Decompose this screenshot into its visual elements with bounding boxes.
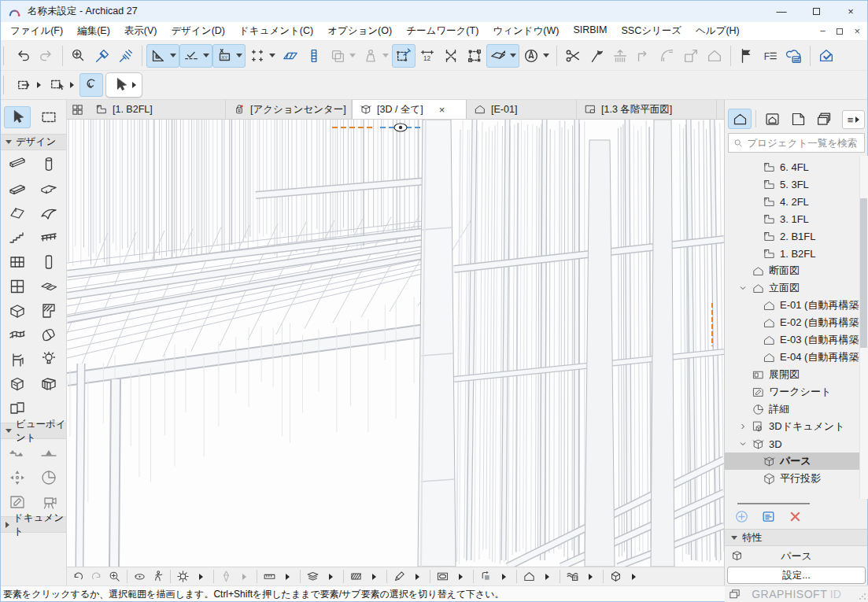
zoom-in-button[interactable] <box>105 569 124 585</box>
snap-grid-button[interactable] <box>246 44 279 68</box>
adjust-button[interactable] <box>608 44 632 68</box>
back-button[interactable] <box>69 569 87 585</box>
project-map-button[interactable] <box>728 109 752 129</box>
minimize-button[interactable]: — <box>764 0 799 22</box>
doc-minimize-button[interactable]: − <box>820 25 826 37</box>
tool-railing-button[interactable] <box>35 227 63 249</box>
intersect-button[interactable] <box>632 44 656 68</box>
doc-restore-button[interactable] <box>837 28 843 35</box>
auto-dimension-button[interactable]: 12 <box>416 44 439 68</box>
menu-ssc-series[interactable]: SSCシリーズ <box>614 24 689 38</box>
menu-view[interactable]: 表示(V) <box>117 24 164 38</box>
scale-button[interactable] <box>260 569 279 585</box>
tab-1-b2fl[interactable]: [1. B2FL] <box>88 100 226 119</box>
explore-button[interactable] <box>149 569 167 585</box>
quick-layers-options-button[interactable] <box>322 569 340 585</box>
tool-equipment-button[interactable] <box>3 373 31 395</box>
arrow-tool-button[interactable] <box>4 106 31 128</box>
properties-section-header[interactable]: 特性 <box>725 529 868 546</box>
tool-stair-button[interactable] <box>3 227 31 249</box>
tool-shell-button[interactable] <box>35 202 63 224</box>
undo-button[interactable] <box>11 44 35 68</box>
tool-object-button[interactable] <box>3 349 31 371</box>
forward-button[interactable] <box>87 569 105 585</box>
toolbox-section-design[interactable]: デザイン <box>0 134 66 150</box>
skewed-grid-button[interactable] <box>279 44 302 68</box>
tab-e-01[interactable]: [E-01] <box>467 100 577 119</box>
menu-design[interactable]: デザイン(D) <box>164 24 232 38</box>
tab-action-center[interactable]: [アクションセンター] <box>226 100 352 119</box>
menu-edit[interactable]: 編集(E) <box>70 24 117 38</box>
model-check-button[interactable] <box>814 44 838 68</box>
pen-sets-button[interactable] <box>217 569 235 585</box>
edit-settings-button[interactable] <box>761 509 776 524</box>
fills-options-button[interactable] <box>365 569 383 585</box>
add-viewpoint-button[interactable] <box>734 509 749 524</box>
coordinate-constraint-button[interactable] <box>439 44 463 68</box>
viewport-3d[interactable] <box>67 120 724 567</box>
tool-beam-button[interactable] <box>3 178 31 200</box>
layout-book-button[interactable] <box>786 109 810 129</box>
model-view-options-menu-button[interactable] <box>452 569 470 585</box>
fillet-button[interactable] <box>656 44 679 68</box>
redo-button[interactable] <box>35 44 58 68</box>
tree-item-elevation-e-03[interactable]: E-03 (自動再構築モ <box>725 331 868 349</box>
tree-item-elevation-e-04[interactable]: E-04 (自動再構築モ <box>725 349 868 366</box>
quick-layers-button[interactable] <box>304 569 322 585</box>
cutting-plane-button[interactable] <box>486 44 519 68</box>
marquee-tool-button[interactable] <box>35 106 62 128</box>
magnet-button[interactable] <box>79 73 103 97</box>
pick-up-parameters-button[interactable] <box>90 44 114 68</box>
menu-options[interactable]: オプション(O) <box>320 24 399 38</box>
tree-item-interior-elevations[interactable]: 展開図 <box>725 366 868 383</box>
fit-in-window-button[interactable] <box>174 569 192 585</box>
tool-skylight-button[interactable] <box>35 275 63 297</box>
layer-combination-button[interactable] <box>563 569 582 585</box>
favorites-button[interactable]: F <box>759 44 782 68</box>
tree-item-story-6-4fl[interactable]: 6. 4FL <box>725 158 868 175</box>
delete-button[interactable] <box>788 509 803 524</box>
cutplane-eye-icon[interactable] <box>394 124 407 131</box>
tool-morph-button[interactable] <box>35 324 63 346</box>
gravity-element-button[interactable] <box>359 44 392 68</box>
tree-item-story-1-b2fl[interactable]: 1. B2FL <box>725 245 868 262</box>
tree-item-elevation-e-02[interactable]: E-02 (自動再構築モ <box>725 314 868 331</box>
toolbar-grip[interactable] <box>3 76 8 94</box>
tree-item-story-2-b1fl[interactable]: 2. B1FL <box>725 227 868 245</box>
pen-options-button[interactable] <box>408 569 427 585</box>
tree-item-3d-axonometry[interactable]: 平行投影 <box>725 470 868 487</box>
trim-button[interactable] <box>585 44 608 68</box>
cascade-windows-icon[interactable] <box>727 588 742 601</box>
resize-button[interactable] <box>679 44 703 68</box>
publisher-sets-button[interactable] <box>812 109 836 129</box>
zoom-options-button[interactable] <box>192 569 210 585</box>
tool-curtainbox-button[interactable] <box>35 373 63 395</box>
tree-item-3d[interactable]: 3D <box>725 435 868 452</box>
fills-button[interactable] <box>347 569 365 585</box>
tool-detailmark-button[interactable] <box>35 467 63 489</box>
tree-item-3d-documents[interactable]: 3Dドキュメント <box>725 418 868 435</box>
tree-scrollbar[interactable] <box>859 156 868 499</box>
tab-overview-button[interactable] <box>67 100 88 119</box>
chevron-down-icon[interactable] <box>737 283 748 294</box>
split-button[interactable] <box>561 44 585 68</box>
tracker-button[interactable]: XY <box>212 44 246 68</box>
tab-1-3-floor-plans[interactable]: [1.3 各階平面図] <box>577 100 717 119</box>
tree-item-3d-perspective[interactable]: パース <box>725 452 868 470</box>
partial-structure-options-button[interactable] <box>538 569 556 585</box>
orient-view-button[interactable] <box>519 44 552 68</box>
model-view-options-button[interactable] <box>434 569 452 585</box>
tool-worksheetp-button[interactable] <box>3 491 31 513</box>
tool-intelev-button[interactable] <box>3 467 31 489</box>
orbit-button[interactable] <box>131 569 149 585</box>
tree-item-sections-folder[interactable]: 断面図 <box>725 262 868 279</box>
tool-opening-button[interactable] <box>3 300 31 322</box>
renovation-filter-button[interactable] <box>477 569 495 585</box>
bimcloud-panel-button[interactable] <box>782 44 806 68</box>
tree-item-story-5-3fl[interactable]: 5. 3FL <box>725 175 868 193</box>
tool-wall-button[interactable] <box>3 153 31 175</box>
menu-teamwork[interactable]: チームワーク(T) <box>399 24 486 38</box>
partial-structure-button[interactable] <box>520 569 538 585</box>
maximize-button[interactable] <box>799 0 833 22</box>
magic-wand-button[interactable] <box>392 44 416 68</box>
